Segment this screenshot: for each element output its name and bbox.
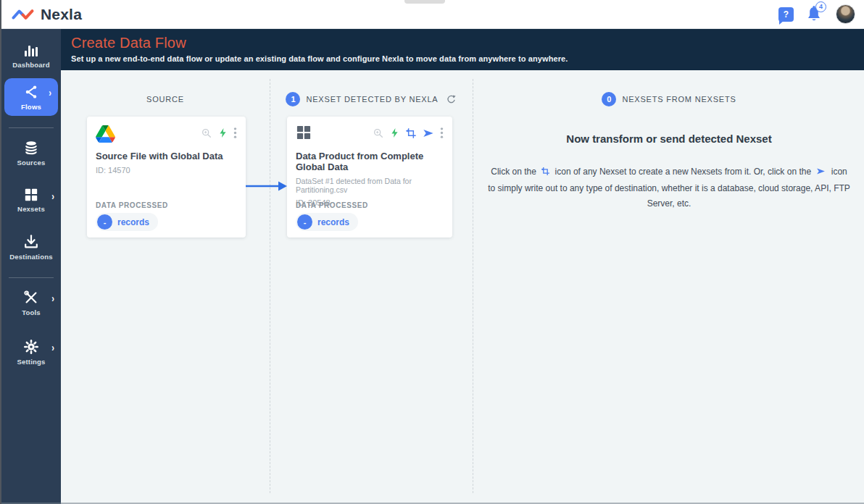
flow-canvas: SOURCE 1 NEXSET DETECTED BY NEXLA 0 NEXS… (61, 70, 864, 504)
send-icon (422, 127, 435, 139)
records-label: records (317, 217, 349, 227)
sidebar-item-label: Settings (17, 358, 45, 366)
nexla-logo[interactable]: Nexla (12, 6, 82, 23)
activate-button[interactable] (217, 127, 228, 139)
transform-button[interactable] (405, 127, 417, 139)
zoom-in-button[interactable] (201, 127, 212, 139)
card-menu-button[interactable] (233, 127, 237, 139)
source-card-id: ID: 14570 (96, 166, 237, 175)
help-button[interactable]: ? (778, 7, 794, 22)
topbar: Nexla ? 4 (1, 0, 864, 29)
send-icon (815, 166, 826, 181)
sidebar-item-dashboard[interactable]: Dashboard (1, 38, 61, 74)
bar-chart-icon (22, 43, 40, 58)
sidebar-item-label: Destinations (9, 253, 52, 261)
magnifier-plus-icon (201, 127, 212, 139)
nexset-count-badge: 1 (286, 92, 300, 106)
nexset-column-label: NEXSET DETECTED BY NEXLA (306, 95, 438, 104)
chevron-right-icon: › (51, 293, 54, 304)
nexset-card[interactable]: Data Product from Complete Global Data D… (287, 117, 452, 238)
crop-transform-icon (541, 166, 550, 181)
column-divider (270, 79, 270, 493)
nexset-card-subtitle: DataSet #1 detected from Data for Partit… (296, 177, 444, 194)
send-button[interactable] (422, 127, 435, 139)
column-header-nexsets-from: 0 NEXSETS FROM NEXSETS (473, 91, 864, 108)
sidebar-divider (9, 277, 54, 278)
gear-icon (22, 339, 40, 355)
window-notch (404, 0, 445, 4)
data-processed-label: DATA PROCESSED (96, 201, 168, 209)
crop-transform-icon (405, 127, 417, 139)
source-card-title: Source File with Global Data (96, 151, 237, 161)
chevron-right-icon: › (51, 343, 54, 353)
data-processed-label: DATA PROCESSED (296, 201, 368, 209)
nexset-card-title: Data Product from Complete Global Data (296, 151, 444, 172)
records-count-badge: - (97, 214, 112, 230)
chevron-right-icon: › (49, 88, 51, 98)
chevron-right-icon: › (51, 191, 54, 202)
notification-badge: 4 (815, 1, 826, 12)
sidebar-item-settings[interactable]: Settings › (1, 333, 61, 371)
sidebar-divider (9, 127, 54, 128)
source-card[interactable]: Source File with Global Data ID: 14570 D… (87, 117, 246, 238)
sidebar: Dashboard Flows › Sources (1, 29, 61, 504)
records-count-badge: - (297, 214, 312, 230)
lightning-bolt-icon (217, 127, 228, 139)
column-header-source: SOURCE (61, 91, 270, 108)
page-header: Create Data Flow Set up a new end-to-end… (61, 29, 864, 70)
grid-icon (23, 188, 39, 202)
info-panel: Now transform or send detected Nexset Cl… (473, 133, 864, 211)
sidebar-item-tools[interactable]: Tools › (1, 284, 61, 322)
sidebar-item-nexsets[interactable]: Nexsets › (1, 182, 61, 218)
column-header-nexset-detected: 1 NEXSET DETECTED BY NEXLA (270, 91, 473, 108)
page-subtitle: Set up a new end-to-end data flow or upd… (71, 54, 864, 63)
lightning-bolt-icon (389, 127, 400, 139)
sidebar-item-sources[interactable]: Sources (1, 134, 61, 172)
zoom-in-button[interactable] (373, 127, 384, 139)
notifications-button[interactable]: 4 (805, 5, 824, 24)
nexset-grid-icon (296, 125, 312, 140)
page-title: Create Data Flow (71, 35, 864, 51)
sidebar-item-destinations[interactable]: Destinations (1, 228, 61, 266)
info-heading: Now transform or send detected Nexset (473, 133, 864, 145)
nexla-app-window: Nexla ? 4 (0, 0, 864, 504)
download-icon (22, 234, 40, 250)
kebab-menu-icon (440, 127, 444, 139)
sidebar-item-label: Dashboard (12, 61, 49, 69)
brand-name: Nexla (41, 6, 82, 23)
tools-icon (22, 290, 40, 306)
activate-button[interactable] (389, 127, 400, 139)
records-label: records (117, 217, 149, 227)
nexsets-from-column-label: NEXSETS FROM NEXSETS (622, 95, 736, 104)
help-question-mark: ? (784, 9, 789, 20)
records-link[interactable]: - records (96, 213, 158, 231)
refresh-icon (446, 94, 457, 105)
sidebar-item-label: Tools (22, 308, 41, 316)
kebab-menu-icon (233, 127, 237, 139)
magnifier-plus-icon (373, 127, 384, 139)
source-column-label: SOURCE (146, 95, 184, 104)
flow-connector-arrow (245, 180, 288, 193)
database-icon (22, 140, 40, 156)
flow-branch-icon (22, 84, 40, 100)
records-link[interactable]: - records (296, 213, 358, 231)
sidebar-item-label: Sources (17, 159, 46, 167)
sidebar-item-label: Flows (21, 103, 41, 111)
user-avatar[interactable] (836, 4, 855, 24)
google-drive-icon (96, 125, 115, 143)
refresh-button[interactable] (446, 94, 457, 105)
info-text: Click on the icon of any Nexset to creat… (488, 164, 850, 211)
nexsets-from-count-badge: 0 (602, 92, 616, 106)
card-menu-button[interactable] (440, 127, 444, 139)
sidebar-item-label: Nexsets (17, 205, 45, 213)
nexla-wave-icon (12, 7, 35, 22)
sidebar-item-flows[interactable]: Flows › (4, 78, 58, 116)
